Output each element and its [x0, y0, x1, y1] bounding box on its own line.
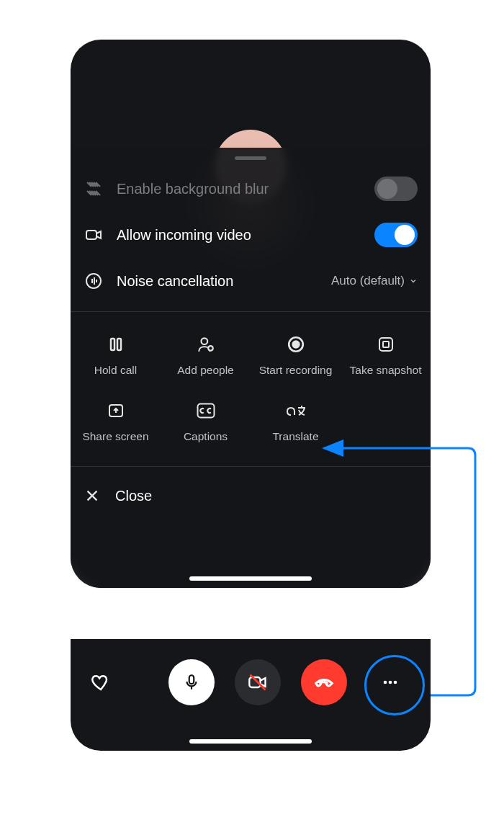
divider	[71, 466, 431, 467]
snapshot-icon	[375, 334, 397, 355]
captions-icon	[195, 400, 217, 421]
action-start-recording[interactable]: Start recording	[251, 323, 341, 390]
noise-cancellation-value[interactable]: Auto (default)	[331, 274, 418, 288]
action-translate[interactable]: Translate	[251, 390, 341, 456]
svg-rect-9	[383, 342, 389, 347]
setting-label: Enable background blur	[117, 181, 361, 197]
setting-noise-cancellation[interactable]: Noise cancellation Auto (default)	[71, 258, 431, 304]
action-label: Add people	[177, 364, 233, 377]
divider	[71, 311, 431, 312]
more-button[interactable]	[367, 659, 413, 705]
more-icon	[380, 672, 400, 692]
svg-point-15	[389, 681, 392, 684]
action-hold-call[interactable]: Hold call	[71, 323, 161, 390]
svg-point-14	[384, 681, 387, 684]
action-share-screen[interactable]: Share screen	[71, 390, 161, 456]
setting-label: Noise cancellation	[117, 273, 318, 290]
close-button[interactable]: Close	[71, 471, 431, 526]
svg-point-16	[394, 681, 397, 684]
close-icon	[84, 487, 101, 504]
mic-icon	[182, 673, 201, 692]
action-label: Start recording	[259, 364, 333, 377]
setting-label: Allow incoming video	[117, 227, 361, 244]
blur-icon	[84, 179, 104, 199]
home-indicator[interactable]	[189, 739, 312, 744]
action-grid: Hold call Add people Start recording Tak…	[71, 316, 431, 459]
action-take-snapshot[interactable]: Take snapshot	[341, 323, 431, 390]
setting-background-blur[interactable]: Enable background blur	[71, 166, 431, 212]
heart-icon	[90, 671, 112, 693]
add-person-icon	[195, 334, 217, 355]
noise-cancellation-icon	[84, 271, 104, 291]
svg-rect-8	[379, 338, 392, 351]
camera-off-icon	[248, 672, 268, 692]
action-label: Hold call	[94, 364, 137, 377]
action-label: Take snapshot	[350, 364, 422, 377]
call-controls-screen	[71, 639, 431, 751]
mic-button[interactable]	[168, 659, 215, 705]
action-label: Captions	[184, 430, 228, 443]
svg-point-4	[201, 338, 207, 344]
react-button[interactable]	[81, 671, 121, 693]
toggle-incoming-video[interactable]	[374, 223, 418, 247]
svg-point-7	[292, 342, 299, 348]
toggle-background-blur[interactable]	[374, 177, 418, 201]
home-indicator[interactable]	[189, 576, 312, 581]
action-label: Translate	[272, 430, 318, 443]
select-value-text: Auto (default)	[331, 274, 405, 288]
chevron-down-icon	[409, 277, 418, 285]
call-bar	[71, 639, 431, 726]
action-add-people[interactable]: Add people	[161, 323, 251, 390]
options-sheet-screen: Enable background blur Allow incoming vi…	[71, 40, 431, 588]
share-screen-icon	[105, 400, 127, 421]
camera-button[interactable]	[235, 659, 281, 705]
close-label: Close	[115, 488, 152, 504]
options-sheet: Enable background blur Allow incoming vi…	[71, 148, 431, 588]
hang-up-icon	[313, 671, 335, 693]
video-icon	[84, 225, 104, 245]
action-captions[interactable]: Captions	[161, 390, 251, 456]
sheet-grabber[interactable]	[235, 156, 266, 160]
call-background	[71, 40, 431, 148]
end-call-button[interactable]	[301, 659, 347, 705]
record-icon	[285, 334, 307, 355]
pause-icon	[105, 334, 127, 355]
svg-rect-2	[111, 339, 114, 350]
svg-rect-0	[86, 231, 96, 239]
svg-rect-12	[189, 675, 194, 684]
translate-icon	[285, 400, 307, 421]
setting-incoming-video[interactable]: Allow incoming video	[71, 212, 431, 258]
action-label: Share screen	[82, 430, 148, 443]
svg-rect-3	[117, 339, 121, 350]
